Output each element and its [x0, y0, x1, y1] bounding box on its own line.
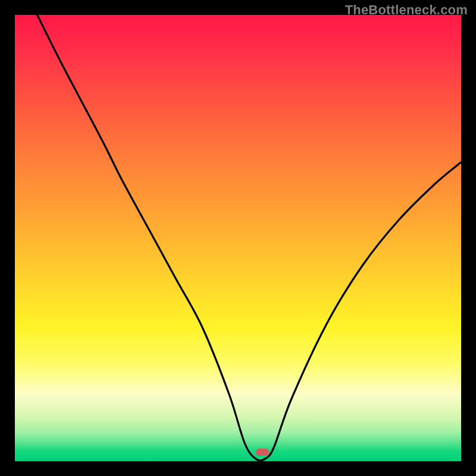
- plot-area: [15, 15, 461, 461]
- attribution-label: TheBottleneck.com: [345, 2, 468, 18]
- bottleneck-curve: [15, 15, 461, 461]
- optimum-marker: [256, 449, 269, 456]
- chart-frame: TheBottleneck.com: [0, 0, 476, 476]
